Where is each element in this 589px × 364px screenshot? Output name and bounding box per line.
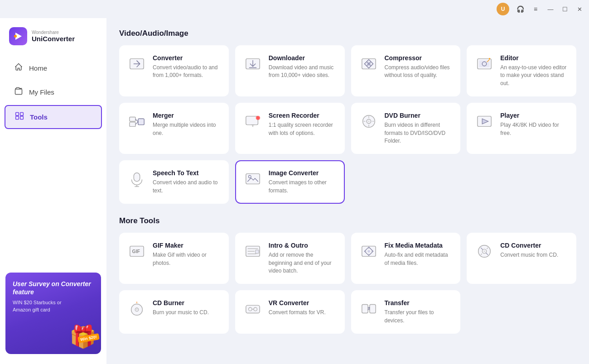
tool-card-cd-converter[interactable]: CD Converter Convert music from CD. xyxy=(467,233,576,284)
svg-point-43 xyxy=(367,250,370,253)
close-button[interactable]: ✕ xyxy=(575,5,584,13)
svg-rect-3 xyxy=(16,113,19,116)
speech-to-text-icon xyxy=(127,169,146,188)
gif-maker-name: GIF Maker xyxy=(153,242,221,249)
menu-icon[interactable]: ≡ xyxy=(531,5,540,14)
screen-recorder-icon xyxy=(243,112,262,131)
editor-icon xyxy=(475,54,494,73)
svg-rect-4 xyxy=(20,113,24,116)
player-name: Player xyxy=(500,112,568,119)
vr-converter-info: VR Converter Convert formats for VR. xyxy=(269,299,337,316)
cd-converter-info: CD Converter Convert music from CD. xyxy=(500,242,568,259)
vai-tools-grid: Converter Convert video/audio to and fro… xyxy=(119,45,576,204)
converter-name: Converter xyxy=(153,54,221,62)
svg-text:GIF: GIF xyxy=(132,249,140,254)
user-avatar[interactable]: U xyxy=(497,3,509,15)
vr-converter-desc: Convert formats for VR. xyxy=(269,309,337,316)
speech-to-text-info: Speech To Text Convert video and audio t… xyxy=(153,169,221,195)
minimize-button[interactable]: — xyxy=(546,5,555,13)
merger-name: Merger xyxy=(153,112,221,119)
svg-rect-53 xyxy=(362,305,367,313)
image-converter-name: Image Converter xyxy=(269,169,337,177)
tool-card-cd-burner[interactable]: CD Burner Burn your music to CD. xyxy=(119,290,229,334)
svg-rect-6 xyxy=(20,116,24,120)
sidebar-item-myfiles[interactable]: My Files xyxy=(5,81,102,103)
gif-maker-info: GIF Maker Make Gif with video or photos. xyxy=(153,242,221,267)
speech-to-text-name: Speech To Text xyxy=(153,169,221,177)
svg-point-46 xyxy=(483,250,485,252)
tool-card-speech-to-text[interactable]: Speech To Text Convert video and audio t… xyxy=(119,160,229,204)
tool-card-image-converter[interactable]: Image Converter Convert images to other … xyxy=(235,160,345,204)
fix-media-metadata-name: Fix Media Metadata xyxy=(385,242,453,249)
editor-info: Editor An easy-to-use video editor to ma… xyxy=(500,54,568,87)
tool-card-downloader[interactable]: Downloader Download video and music from… xyxy=(235,45,345,96)
tool-card-fix-media-metadata[interactable]: Fix Media Metadata Auto-fix and edit met… xyxy=(351,233,461,284)
intro-outro-desc: Add or remove the beginning and end of y… xyxy=(269,251,337,275)
svg-point-1 xyxy=(14,35,17,38)
image-converter-icon xyxy=(243,169,262,188)
image-converter-desc: Convert images to other formats. xyxy=(269,179,337,195)
transfer-name: Transfer xyxy=(385,299,453,307)
image-converter-info: Image Converter Convert images to other … xyxy=(269,169,337,195)
tool-card-vr-converter[interactable]: VR Converter Convert formats for VR. xyxy=(235,290,345,334)
player-icon xyxy=(475,112,494,131)
svg-rect-29 xyxy=(134,173,140,182)
cd-converter-icon xyxy=(475,242,494,261)
tool-card-dvd-burner[interactable]: DVD Burner Burn videos in different form… xyxy=(351,103,461,154)
editor-name: Editor xyxy=(500,54,568,62)
sidebar-item-tools[interactable]: Tools xyxy=(5,105,102,129)
tool-card-gif-maker[interactable]: GIF GIF Maker Make Gif with video or pho… xyxy=(119,233,229,284)
tool-card-merger[interactable]: Merger Merge multiple videos into one. xyxy=(119,103,229,154)
tool-card-intro-outro[interactable]: Intro & Outro Add or remove the beginnin… xyxy=(235,233,345,284)
tool-card-editor[interactable]: Editor An easy-to-use video editor to ma… xyxy=(467,45,576,96)
cd-burner-info: CD Burner Burn your music to CD. xyxy=(153,299,221,316)
promo-title: User Survey on Converter feature xyxy=(13,280,94,296)
dvd-burner-name: DVD Burner xyxy=(385,112,453,119)
sidebar-item-home[interactable]: Home xyxy=(5,57,102,79)
speech-to-text-desc: Convert video and audio to text. xyxy=(153,179,221,195)
vr-converter-icon xyxy=(243,299,262,318)
merger-info: Merger Merge multiple videos into one. xyxy=(153,112,221,137)
app-logo-icon xyxy=(9,27,27,45)
tool-card-screen-recorder[interactable]: Screen Recorder 1:1 quality screen recor… xyxy=(235,103,345,154)
vr-converter-name: VR Converter xyxy=(269,299,337,307)
compressor-icon xyxy=(359,54,378,73)
compressor-desc: Compress audio/video files without loss … xyxy=(385,64,453,80)
editor-desc: An easy-to-use video editor to make your… xyxy=(500,64,568,87)
svg-point-49 xyxy=(136,309,138,311)
home-icon xyxy=(14,62,24,74)
downloader-info: Downloader Download video and music from… xyxy=(269,54,337,80)
svg-rect-18 xyxy=(138,119,144,125)
downloader-name: Downloader xyxy=(269,54,337,62)
logo-text: Wondershare UniConverter xyxy=(32,30,75,43)
dvd-burner-icon xyxy=(359,112,378,131)
svg-rect-2 xyxy=(15,89,22,95)
intro-outro-icon xyxy=(243,242,262,261)
more-tools-grid: GIF GIF Maker Make Gif with video or pho… xyxy=(119,233,576,334)
svg-point-23 xyxy=(256,117,259,120)
screen-recorder-desc: 1:1 quality screen recorder with lots of… xyxy=(269,121,337,137)
transfer-info: Transfer Transfer your files to devices. xyxy=(385,299,453,325)
dvd-burner-desc: Burn videos in different formats to DVD/… xyxy=(385,121,453,145)
section-title-more: More Tools xyxy=(119,216,576,225)
merger-desc: Merge multiple videos into one. xyxy=(153,121,221,137)
converter-info: Converter Convert video/audio to and fro… xyxy=(153,54,221,80)
main-content: Video/Audio/Image Converter Convert vide… xyxy=(106,18,589,364)
svg-rect-32 xyxy=(246,174,260,184)
sidebar: Wondershare UniConverter Home My Files xyxy=(0,18,106,364)
logo-area: Wondershare UniConverter xyxy=(0,23,106,56)
fix-media-metadata-icon xyxy=(359,242,378,261)
cd-burner-desc: Burn your music to CD. xyxy=(153,309,221,316)
tools-icon xyxy=(14,111,24,123)
tool-card-compressor[interactable]: Compressor Compress audio/video files wi… xyxy=(351,45,461,96)
merger-icon xyxy=(127,112,146,131)
cd-burner-name: CD Burner xyxy=(153,299,221,307)
maximize-button[interactable]: ☐ xyxy=(561,5,569,13)
tool-card-converter[interactable]: Converter Convert video/audio to and fro… xyxy=(119,45,229,96)
cd-burner-icon xyxy=(127,299,146,318)
screen-recorder-name: Screen Recorder xyxy=(269,112,337,119)
headset-icon[interactable]: 🎧 xyxy=(516,5,525,14)
tool-card-player[interactable]: Player Play 4K/8K HD video for free. xyxy=(467,103,576,154)
tool-card-transfer[interactable]: Transfer Transfer your files to devices. xyxy=(351,290,461,334)
promo-banner[interactable]: User Survey on Converter feature WIN $20… xyxy=(5,273,101,354)
